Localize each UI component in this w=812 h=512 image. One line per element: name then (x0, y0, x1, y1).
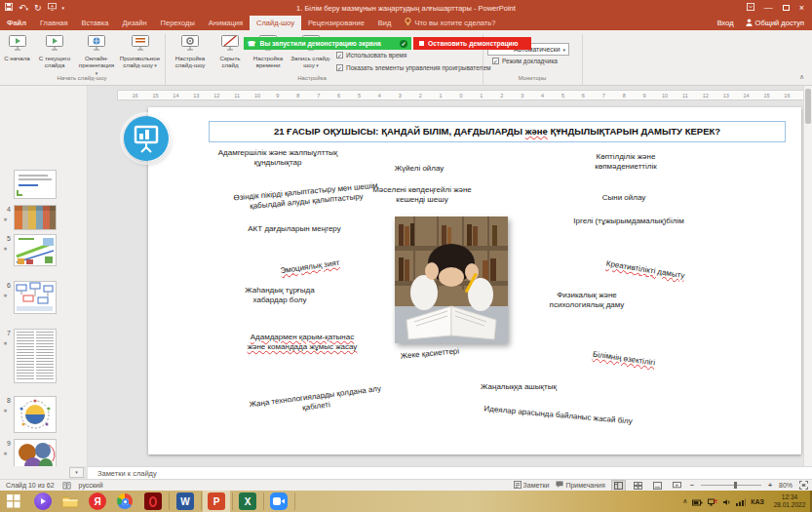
slide-thumbnail-4[interactable] (14, 205, 57, 230)
scrollbar-thumb[interactable] (805, 89, 811, 124)
explorer-taskbar-button[interactable] (57, 491, 84, 512)
use-timings-checkbox[interactable]: ✓Использовать время (336, 52, 406, 59)
slideshow-view-button[interactable] (671, 481, 683, 491)
close-button[interactable]: × (799, 3, 804, 13)
vertical-scrollbar[interactable] (803, 86, 812, 466)
reading-view-button[interactable] (651, 481, 664, 491)
notes-pane[interactable]: Заметки к слайду (88, 466, 812, 479)
from-current-slide-button[interactable]: С текущего слайда (33, 33, 76, 78)
undo-icon[interactable]: ↶▾ (19, 4, 28, 13)
show-media-controls-checkbox[interactable]: ✓Показать элементы управления проигрыват… (336, 64, 490, 71)
start-taskbar-button[interactable] (0, 491, 27, 512)
ribbon: С начала С текущего слайда Онлайн-презен… (0, 30, 812, 86)
slide-thumbnail-7[interactable] (14, 329, 57, 383)
opera-taskbar-button[interactable] (139, 491, 167, 512)
slide-text-label[interactable]: Жаңа технологияларды қолдана алу қабілет… (227, 381, 404, 423)
slide-canvas[interactable]: 21 ҒАСЫР ОҚУШЫСЫ: ҚАНДАЙ БІЛІМ, ДАҒДЫЛАР… (148, 107, 801, 454)
slide-text-label[interactable]: Жеке қасиеттері (386, 345, 475, 363)
shield-check-icon: ✓ (400, 40, 407, 48)
slide-title-box[interactable]: 21 ҒАСЫР ОҚУШЫСЫ: ҚАНДАЙ БІЛІМ, ДАҒДЫЛАР… (209, 121, 786, 142)
tab-slideshow[interactable]: Слайд-шоу (250, 16, 301, 30)
slide-text-label[interactable]: Креативтілікті дамыту (592, 256, 699, 283)
notes-toggle[interactable]: Заметки (514, 481, 550, 490)
online-presentation-button[interactable]: Онлайн-презентация (77, 33, 116, 78)
slide-thumbnail-6[interactable] (14, 281, 57, 314)
stop-sharing-button[interactable]: Остановить демонстрацию (413, 37, 531, 50)
language-indicator[interactable]: русский (79, 482, 103, 489)
slide-text-label[interactable]: Идеялар арасында байланыс жасай білу (462, 403, 652, 429)
tab-transitions[interactable]: Переходы (154, 16, 202, 30)
tab-animations[interactable]: Анимация (202, 16, 250, 30)
slide-text-label[interactable]: Білімнің өзектілігі (575, 347, 673, 371)
redo-icon[interactable]: ↻ (34, 4, 42, 13)
hide-slide-button[interactable]: Скрыть слайд (213, 33, 247, 78)
slide-photo[interactable] (395, 217, 508, 343)
normal-view-button[interactable] (612, 481, 625, 491)
save-icon[interactable] (5, 3, 13, 13)
fit-to-window-icon[interactable] (799, 481, 808, 491)
restore-button[interactable] (783, 5, 790, 11)
presentation-overlay-icon[interactable] (123, 115, 170, 162)
tab-review[interactable]: Рецензирование (301, 16, 371, 30)
collapse-ribbon-icon[interactable]: ∧ (799, 73, 804, 81)
qat-more-icon[interactable]: ▾ (62, 6, 65, 11)
slide-thumbnail-8[interactable] (14, 396, 57, 433)
slide-text-label[interactable]: Адамдармен қарым-қатынас және командада … (229, 333, 375, 353)
zoom-in-button[interactable]: + (768, 482, 772, 489)
comment-icon (556, 481, 563, 490)
slide-indicator[interactable]: Слайд 10 из 62 (6, 482, 55, 489)
zoom-slider[interactable] (701, 485, 761, 486)
start-slideshow-icon[interactable] (48, 3, 57, 13)
slide-text-label[interactable]: Көптілділік және көпмәдениеттілік (572, 152, 679, 173)
tab-file[interactable]: Файл (0, 16, 33, 30)
chrome-taskbar-button[interactable] (111, 491, 138, 512)
slide-text-label[interactable]: Жаһандық тұрғыда хабардар болу (231, 286, 329, 306)
slide-text-label[interactable]: Жүйелі ойлау (375, 164, 463, 174)
custom-slideshow-button[interactable]: Произвольное слайд-шоу (117, 33, 163, 78)
battery-icon[interactable] (692, 492, 703, 510)
comments-toggle[interactable]: Примечания (556, 481, 604, 490)
ruler-mark: 11 (682, 93, 688, 98)
sign-in-button[interactable]: Вход (717, 19, 734, 27)
slide-text-label[interactable]: Эмоциялық зият (266, 256, 355, 279)
taskbar-clock[interactable]: 12:3428.01.2022 (769, 493, 810, 510)
minimize-button[interactable]: — (764, 3, 773, 13)
slide-number: 8 (2, 397, 11, 404)
slide-thumbnail-5[interactable] (14, 234, 57, 266)
slide-text-label[interactable]: Сыни ойлау (585, 193, 663, 203)
presenter-view-checkbox[interactable]: ✓Режим докладчика (492, 58, 558, 64)
tab-view[interactable]: Вид (371, 16, 399, 30)
zoom-taskbar-button[interactable] (265, 491, 292, 512)
word-taskbar-button[interactable]: W (172, 491, 199, 512)
slide-thumbnail[interactable] (14, 170, 57, 199)
share-button[interactable]: Общий доступ (746, 19, 804, 28)
scroll-down-button[interactable]: ▾ (69, 467, 84, 478)
hidden-icons-chevron[interactable]: ∧ (682, 497, 687, 505)
tell-me-box[interactable]: Что вы хотите сделать? (398, 16, 502, 30)
from-beginning-button[interactable]: С начала (2, 33, 32, 78)
tab-home[interactable]: Главная (33, 16, 75, 30)
slide-text-label[interactable]: Іргелі (тұжырымдамалық)білім (546, 217, 712, 226)
yandex-browser-taskbar-button[interactable]: Я (84, 491, 111, 512)
tab-design[interactable]: Дизайн (115, 16, 153, 30)
alice-taskbar-button[interactable] (29, 491, 57, 512)
language-bar[interactable]: КАЗ (751, 498, 764, 505)
powerpoint-taskbar-button[interactable]: P (203, 491, 230, 512)
slide-text-label[interactable]: Мәселені көпдеңгейлі және кешенді шешу (359, 185, 485, 206)
slide-text-label[interactable]: Адамгершілік және жалпыұлттық құндылықта… (205, 148, 351, 169)
zoom-out-button[interactable]: − (690, 482, 694, 489)
network-error-icon[interactable] (708, 492, 717, 510)
zoom-slider-handle[interactable] (734, 482, 737, 489)
ribbon-options-icon[interactable] (747, 3, 754, 13)
slide-text-label[interactable]: Жаңалыққа ашықтық (460, 382, 577, 392)
slide-text-label[interactable]: Физикалық және психологиялық даму (533, 291, 640, 311)
tab-insert[interactable]: Вставка (75, 16, 116, 30)
setup-slideshow-button[interactable]: Настройка слайд-шоу (168, 33, 213, 78)
excel-taskbar-button[interactable]: X (234, 491, 261, 512)
signal-bars-icon[interactable] (736, 492, 746, 510)
slide-sorter-view-button[interactable] (632, 481, 644, 491)
zoom-level[interactable]: 80% (779, 482, 793, 489)
slide-text-label[interactable]: АКТ дағдыларын меңгеру (221, 224, 367, 234)
spellcheck-icon[interactable] (62, 481, 71, 491)
volume-icon[interactable] (722, 492, 731, 510)
